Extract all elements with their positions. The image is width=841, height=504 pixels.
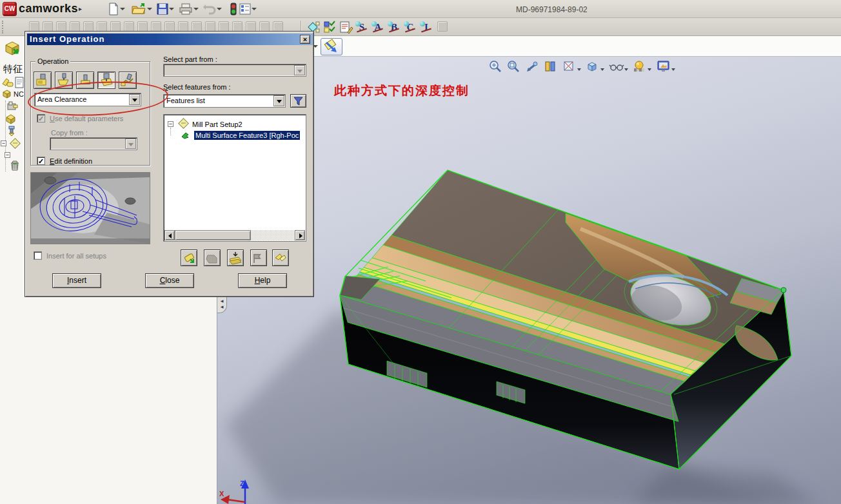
edit-definition-checkbox[interactable]: ✓	[37, 157, 45, 165]
tree-horizontal-scrollbar[interactable]	[164, 230, 305, 240]
operation-method-dropdown[interactable]	[129, 94, 140, 105]
disabled-note-icon[interactable]	[151, 21, 161, 32]
operation-method-combobox[interactable]: Area Clearance	[34, 93, 141, 106]
cam-step-a-icon[interactable]: A	[371, 21, 384, 34]
close-icon[interactable]: ×	[300, 35, 310, 44]
view-orientation-caret[interactable]	[577, 68, 581, 71]
filter-button[interactable]	[290, 94, 306, 108]
tool-crib-button[interactable]	[227, 249, 244, 266]
disabled-person1-icon[interactable]	[192, 21, 202, 32]
setup-expand-box[interactable]: −	[168, 121, 173, 127]
standard-views-caret[interactable]	[600, 68, 604, 71]
disabled-table-icon[interactable]	[110, 21, 121, 32]
insert-new-operation-button[interactable]	[181, 249, 197, 266]
cam-step-c-icon[interactable]: C	[404, 21, 417, 34]
sketch-normal-button[interactable]	[321, 38, 342, 55]
section-view-icon[interactable]	[543, 59, 559, 73]
undo-caret[interactable]	[217, 8, 222, 10]
disabled-person2-icon[interactable]	[205, 21, 215, 32]
tree-item-tool[interactable]	[6, 126, 17, 138]
scrollbar-thumb[interactable]	[175, 230, 251, 240]
mill-rough-operation-button[interactable]	[34, 72, 52, 89]
disabled-sketch-icon[interactable]	[29, 21, 39, 32]
disabled-mate-icon[interactable]	[178, 21, 188, 32]
scroll-right-icon[interactable]	[295, 230, 305, 240]
help-orange-icon[interactable]	[273, 21, 283, 32]
insert-button[interactable]: Insert	[52, 273, 101, 288]
report-icon[interactable]	[124, 21, 134, 32]
disabled-pattern-icon[interactable]	[83, 21, 94, 32]
disabled-check-icon[interactable]	[137, 21, 148, 32]
features-tree-panel[interactable]: − Mill Part Setup2 Multi Surface Feature…	[163, 114, 306, 242]
scene-icon[interactable]	[656, 59, 671, 73]
tree-expand-setup[interactable]: −	[1, 141, 6, 146]
select-part-dropdown[interactable]	[294, 65, 305, 75]
print-icon[interactable]	[178, 3, 193, 15]
toolbar-grip[interactable]	[2, 21, 4, 34]
zoom-area-icon[interactable]	[506, 59, 522, 73]
tree-item-setup[interactable]: Mill Part Setup2	[177, 117, 242, 130]
disabled-share-icon[interactable]	[232, 21, 242, 32]
open-folder-icon[interactable]	[131, 3, 146, 15]
part-icon[interactable]	[2, 39, 21, 61]
copy-from-combobox[interactable]	[50, 137, 137, 150]
tab-feature-tree[interactable]: 特征	[3, 63, 23, 75]
save-icon[interactable]	[155, 3, 170, 15]
scrollbar-track[interactable]	[175, 230, 295, 240]
cam-step-i-icon[interactable]: I	[420, 21, 433, 34]
options-check-icon[interactable]	[323, 21, 337, 36]
select-part-combobox[interactable]	[163, 64, 306, 77]
display-style-icon[interactable]	[609, 59, 624, 73]
disabled-grid-icon[interactable]	[97, 21, 107, 32]
tree-item-mill-setup[interactable]	[9, 137, 21, 151]
features-list-combobox[interactable]: Features list	[163, 94, 286, 108]
tree-expand-operation[interactable]: −	[5, 152, 10, 158]
print-caret[interactable]	[193, 8, 199, 10]
cam-step-s-icon[interactable]: S	[355, 21, 368, 34]
new-document-caret[interactable]	[120, 8, 125, 10]
tree-item-stock[interactable]	[5, 113, 16, 126]
disabled-user-icon[interactable]	[259, 21, 270, 32]
tree-item-feature[interactable]: Multi Surface Feature3 [Rgh-Poc	[181, 130, 300, 141]
disabled-list-icon[interactable]	[43, 21, 53, 32]
appearance-icon[interactable]	[632, 59, 648, 73]
disabled-tools-icon[interactable]	[246, 21, 256, 32]
features-list-dropdown[interactable]	[273, 95, 284, 106]
task-list-icon[interactable]	[237, 3, 253, 15]
zoom-fit-icon[interactable]	[488, 59, 504, 73]
undo-icon[interactable]	[202, 3, 217, 15]
flag-disabled-button[interactable]	[250, 249, 267, 266]
disabled-person3-icon[interactable]	[219, 21, 229, 32]
copy-from-dropdown[interactable]	[125, 139, 136, 149]
disabled-simulate-icon[interactable]	[437, 21, 448, 32]
tree-item-recycle-bin[interactable]	[9, 160, 21, 173]
use-default-checkbox[interactable]: ✓	[37, 114, 45, 122]
open-folder-caret[interactable]	[147, 8, 152, 10]
task-list-caret[interactable]	[252, 8, 257, 10]
scroll-left-icon[interactable]	[164, 230, 175, 240]
close-button[interactable]: Close	[145, 273, 194, 288]
appearance-caret[interactable]	[648, 68, 651, 71]
surface-mill-operation-button[interactable]	[97, 72, 115, 89]
view-orientation-icon[interactable]	[562, 59, 577, 73]
multiaxis-operation-button[interactable]	[119, 72, 137, 89]
mill-finish-operation-button[interactable]	[55, 72, 73, 89]
toolbar-expand-arrow[interactable]: ▸	[79, 5, 82, 12]
standard-views-icon[interactable]	[585, 59, 600, 73]
rotate-view-icon[interactable]	[525, 59, 540, 73]
scene-caret[interactable]	[671, 68, 675, 71]
cam-step-b-icon[interactable]: B	[388, 21, 401, 34]
display-style-caret[interactable]	[624, 68, 628, 71]
disabled-feature-icon[interactable]	[70, 21, 80, 32]
save-caret[interactable]	[169, 8, 174, 10]
tree-item-machine[interactable]	[7, 101, 18, 113]
dialog-titlebar[interactable]: Insert Operation	[27, 34, 313, 45]
post-process-doc-icon[interactable]	[339, 21, 353, 36]
ribbon-flag-button[interactable]	[272, 249, 289, 266]
part-disabled-button[interactable]	[204, 249, 221, 266]
insert-all-setups-checkbox[interactable]	[34, 251, 42, 260]
help-button[interactable]: Help	[238, 273, 287, 288]
disabled-measure-icon[interactable]	[164, 21, 175, 32]
tree-item-nc[interactable]: NC	[2, 89, 24, 99]
new-document-icon[interactable]	[106, 3, 121, 15]
